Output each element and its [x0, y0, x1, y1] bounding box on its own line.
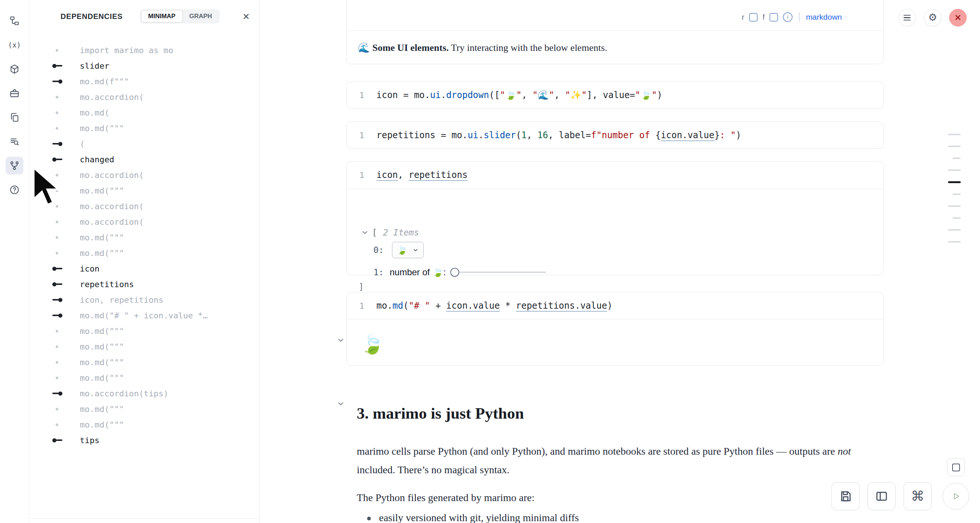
- minimap-line[interactable]: [953, 217, 961, 219]
- variables-icon[interactable]: (x): [6, 36, 23, 54]
- minimap-cell-item[interactable]: mo.md(f""": [29, 73, 258, 89]
- minimap-line[interactable]: [948, 146, 961, 147]
- left-icon-rail: (x): [0, 0, 29, 523]
- f-checkbox[interactable]: [770, 13, 778, 22]
- shortcuts-button[interactable]: ⌘: [904, 482, 932, 510]
- cell-editor-toolbar: r f i markdown: [742, 11, 842, 23]
- cell-relation-icon: [52, 359, 64, 366]
- minimap-cell-item[interactable]: mo.md("# " + icon.value *…: [29, 308, 258, 323]
- chevron-down-icon[interactable]: [360, 228, 370, 238]
- settings-button[interactable]: ⚙: [924, 9, 942, 26]
- minimap-cell-item[interactable]: slider: [29, 58, 258, 73]
- slider-widget[interactable]: [450, 268, 546, 277]
- markdown-cell-partial[interactable]: 1 🌊 **Some UI elements.** Try interactin…: [346, 0, 884, 64]
- cell-relation-icon: [52, 203, 64, 210]
- minimap-cell-item[interactable]: mo.md(""": [29, 183, 258, 198]
- slider-track[interactable]: [455, 271, 546, 273]
- line-number: 1: [360, 171, 376, 180]
- cell-relation-icon: [52, 62, 64, 69]
- code-content[interactable]: icon = mo.ui.dropdown(["🍃", "🌊", "✨"], v…: [376, 90, 662, 100]
- packages-icon[interactable]: [6, 60, 23, 78]
- code-content[interactable]: repetitions = mo.ui.slider(1, 16, label=…: [376, 130, 741, 140]
- view-toggle: MINIMAP GRAPH: [140, 9, 220, 23]
- code-cell-md[interactable]: 1 mo.md("# " + icon.value * repetitions.…: [346, 292, 884, 366]
- minimap-cell-item[interactable]: mo.accordion(: [29, 89, 258, 105]
- cell-relation-icon: [52, 78, 64, 85]
- shutdown-button[interactable]: ✕: [949, 9, 967, 26]
- code-cell-slider[interactable]: 1 repetitions = mo.ui.slider(1, 16, labe…: [346, 121, 884, 149]
- cell-relation-icon: [52, 234, 64, 241]
- cell-minimap-rail: [948, 134, 961, 242]
- markdown-output: 🌊 Some UI elements. Try interacting with…: [358, 42, 607, 54]
- tab-graph[interactable]: GRAPH: [183, 10, 219, 22]
- cell-relation-icon: [52, 374, 64, 381]
- minimap-line[interactable]: [948, 181, 961, 183]
- code-cell-dropdown[interactable]: 1 icon = mo.ui.dropdown(["🍃", "🌊", "✨"],…: [346, 81, 884, 109]
- toolbar-divider: [799, 12, 800, 22]
- minimap-cell-item[interactable]: mo.md(""": [29, 401, 258, 417]
- clipped-code-line: 1 🌊 **Some UI elements.** Try interactin…: [360, 0, 876, 0]
- snippets-icon[interactable]: [6, 108, 23, 126]
- minimap-cell-item[interactable]: mo.accordion(tips): [29, 386, 258, 401]
- minimap-cell-item[interactable]: repetitions: [29, 276, 258, 292]
- minimap-line[interactable]: [948, 134, 961, 135]
- minimap-cell-item[interactable]: mo.md(""": [29, 245, 258, 261]
- minimap-cell-item[interactable]: import marimo as mo: [29, 42, 258, 58]
- panel-title: DEPENDENCIES: [60, 12, 123, 21]
- dropdown-widget[interactable]: 🍃: [392, 242, 424, 258]
- run-button[interactable]: [942, 483, 969, 510]
- menu-icon: [904, 15, 911, 21]
- minimap-line[interactable]: [948, 241, 961, 242]
- cell-relation-icon: [52, 296, 64, 303]
- minimap-cell-item[interactable]: mo.md(""": [29, 339, 258, 354]
- minimap-cell-item[interactable]: mo.md(""": [29, 120, 258, 136]
- code-content[interactable]: icon, repetitions: [376, 170, 468, 180]
- save-button[interactable]: [832, 482, 860, 510]
- chevron-down-icon[interactable]: [336, 335, 345, 345]
- minimap-cell-item[interactable]: mo.md(: [29, 105, 258, 120]
- minimap-cell-item[interactable]: mo.md(""": [29, 354, 258, 370]
- minimap-line[interactable]: [948, 229, 961, 231]
- cell-relation-icon: [52, 249, 64, 257]
- language-badge[interactable]: markdown: [806, 13, 842, 22]
- panel-toggle-button[interactable]: [947, 458, 965, 476]
- notebook-area: 1 🌊 **Some UI elements.** Try interactin…: [346, 0, 884, 523]
- minimap-cell-item[interactable]: mo.md(""": [29, 417, 258, 432]
- minimap-line[interactable]: [948, 169, 961, 171]
- minimap-cell-item[interactable]: icon, repetitions: [29, 292, 258, 308]
- toolbox-icon[interactable]: [6, 85, 23, 102]
- minimap-cell-item[interactable]: tips: [29, 432, 258, 448]
- minimap-cell-item[interactable]: changed: [29, 151, 258, 167]
- cell-relation-icon: [52, 343, 64, 350]
- file-tree-icon[interactable]: [6, 12, 23, 30]
- layout-button[interactable]: [867, 482, 896, 510]
- menu-button[interactable]: [898, 9, 916, 26]
- info-icon[interactable]: i: [783, 12, 792, 22]
- notebook-actions: ⌘: [832, 482, 932, 510]
- help-icon[interactable]: [6, 181, 23, 199]
- minimap-cell-item[interactable]: mo.md(""": [29, 370, 258, 386]
- minimap-line[interactable]: [953, 193, 961, 195]
- cell-relation-icon: [52, 312, 64, 319]
- code-content[interactable]: mo.md("# " + icon.value * repetitions.va…: [376, 300, 612, 311]
- minimap-cell-item[interactable]: mo.md(""": [29, 230, 258, 245]
- chevron-down-icon[interactable]: [336, 399, 345, 408]
- tab-minimap[interactable]: MINIMAP: [141, 10, 183, 23]
- minimap-cell-item[interactable]: mo.accordion(: [29, 198, 258, 214]
- r-checkbox[interactable]: [749, 13, 758, 22]
- minimap-cell-item[interactable]: icon: [29, 261, 258, 276]
- minimap-line[interactable]: [953, 158, 961, 159]
- minimap-cell-item[interactable]: mo.md(""": [29, 323, 258, 339]
- code-cell-tuple[interactable]: 1 icon, repetitions [ 2 Items 0: 🍃: [346, 161, 884, 275]
- logs-icon[interactable]: [6, 132, 23, 150]
- dependency-graph-icon[interactable]: [6, 157, 23, 175]
- minimap-cell-item[interactable]: mo.accordion(: [29, 167, 258, 183]
- minimap-cell-item[interactable]: (: [29, 136, 258, 151]
- cell-relation-icon: [52, 437, 64, 444]
- save-icon: [839, 490, 852, 503]
- minimap-line[interactable]: [948, 206, 961, 207]
- close-icon[interactable]: ✕: [239, 10, 253, 23]
- cell-relation-icon: [52, 156, 64, 163]
- slider-knob[interactable]: [450, 268, 459, 277]
- minimap-cell-item[interactable]: mo.accordion(: [29, 214, 258, 230]
